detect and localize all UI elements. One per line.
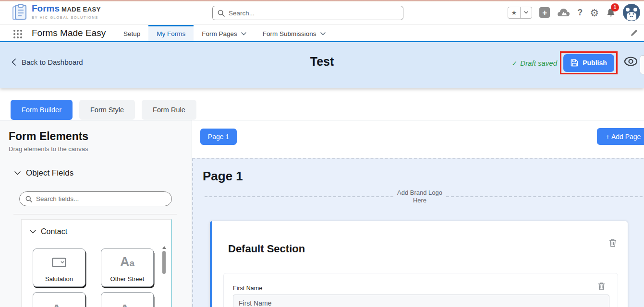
- help-icon[interactable]: ?: [577, 8, 583, 18]
- brand-logo-placeholder-label[interactable]: Add Brand Logo Here: [393, 189, 446, 204]
- nav-tab-setup[interactable]: Setup: [115, 25, 148, 41]
- page-canvas: Page 1 Add Brand Logo Here Default Secti…: [192, 158, 644, 307]
- quick-create-icon[interactable]: +: [539, 7, 550, 18]
- tab-form-builder[interactable]: Form Builder: [11, 100, 73, 120]
- field-search[interactable]: [19, 191, 172, 206]
- draft-saved-label: Draft saved: [520, 59, 557, 67]
- nav-tab-form-pages-label: Form Pages: [202, 30, 237, 37]
- nav-tabs: Setup My Forms Form Pages Form Submissio…: [115, 25, 334, 41]
- nav-tab-form-submissions[interactable]: Form Submissions: [255, 25, 334, 41]
- clipboard-logo-icon: [12, 4, 28, 21]
- field-tile-label: Salutation: [45, 275, 73, 283]
- brand-suffix: MADE EASY: [61, 6, 101, 13]
- brand-logo[interactable]: FormsMADE EASY BY HIC GLOBAL SOLUTIONS: [12, 4, 101, 21]
- notifications-button[interactable]: 1: [606, 8, 616, 18]
- brand-logo-placeholder[interactable]: Add Brand Logo Here: [205, 189, 644, 204]
- app-window: FormsMADE EASY BY HIC GLOBAL SOLUTIONS ★…: [0, 0, 644, 307]
- form-elements-panel: Form Elements Drag elements to the canva…: [0, 120, 192, 307]
- nav-tab-my-forms-label: My Forms: [157, 30, 185, 37]
- app-name: Forms Made Easy: [32, 25, 106, 41]
- back-to-dashboard-label: Back to Dashboard: [22, 58, 83, 66]
- scrollbar-thumb[interactable]: [162, 251, 166, 274]
- page-1-tab-button[interactable]: Page 1: [200, 129, 237, 145]
- contact-scrollbar[interactable]: [162, 246, 166, 307]
- header-actions: ★ + ? ⚙ 1: [508, 0, 640, 25]
- search-icon: [25, 196, 32, 202]
- text-field-icon: Aa: [101, 249, 153, 275]
- clipped-edge-button[interactable]: [640, 55, 644, 74]
- field-tile-other-street[interactable]: Aa Other Street: [101, 248, 154, 287]
- gear-icon[interactable]: ⚙: [590, 8, 599, 18]
- form-header-banner: Back to Dashboard Test ✓ Draft saved Pub…: [0, 42, 644, 88]
- text-field-icon: Aa: [101, 293, 153, 307]
- draft-saved-status: ✓ Draft saved: [512, 59, 557, 67]
- nav-tab-my-forms[interactable]: My Forms: [148, 25, 194, 41]
- app-launcher-icon[interactable]: [13, 30, 22, 38]
- search-icon: [218, 10, 225, 17]
- contact-group-label: Contact: [41, 227, 67, 236]
- chevron-down-icon: [14, 171, 21, 175]
- edit-nav-pencil-icon[interactable]: [630, 29, 638, 37]
- default-section-card[interactable]: Default Section First Name: [210, 221, 628, 307]
- nav-tab-form-pages[interactable]: Form Pages: [194, 25, 255, 41]
- global-search[interactable]: [212, 6, 403, 20]
- favorites-dropdown-icon[interactable]: [520, 7, 532, 18]
- preview-eye-icon[interactable]: [624, 56, 638, 67]
- notification-badge: 1: [611, 3, 619, 12]
- back-to-dashboard-link[interactable]: Back to Dashboard: [12, 58, 83, 66]
- delete-section-trash-icon[interactable]: [609, 238, 617, 247]
- form-canvas-area: Page 1 + Add Page Page 1 Add Brand Logo …: [192, 120, 644, 307]
- avatar[interactable]: [623, 4, 640, 21]
- brand-tagline: BY HIC GLOBAL SOLUTIONS: [32, 15, 101, 20]
- brand-logo-text: FormsMADE EASY BY HIC GLOBAL SOLUTIONS: [32, 4, 101, 20]
- section-title: Default Section: [228, 243, 305, 255]
- global-search-input[interactable]: [229, 10, 398, 17]
- publish-button[interactable]: Publish: [563, 54, 614, 72]
- object-fields-label: Object Fields: [26, 168, 73, 178]
- nav-tab-form-submissions-label: Form Submissions: [263, 30, 316, 37]
- field-tile-clipped[interactable]: Aa: [101, 292, 154, 307]
- app-nav-bar: Forms Made Easy Setup My Forms Form Page…: [0, 25, 644, 42]
- publish-button-label: Publish: [583, 59, 607, 67]
- builder-tab-bar: Form Builder Form Style Form Rule: [11, 100, 196, 120]
- chevron-down-icon: [320, 32, 326, 35]
- panel-title: Form Elements: [9, 130, 88, 143]
- scroll-up-arrow-icon[interactable]: [162, 246, 166, 249]
- field-label: First Name: [233, 285, 262, 292]
- tab-form-rule[interactable]: Form Rule: [142, 100, 196, 120]
- delete-field-trash-icon[interactable]: [598, 282, 605, 290]
- field-tile-label: Other Street: [110, 275, 145, 283]
- annotation-highlight-box: Publish: [560, 51, 618, 74]
- favorites-button[interactable]: ★: [508, 7, 533, 19]
- star-icon[interactable]: ★: [508, 7, 521, 18]
- page-title: Page 1: [203, 169, 243, 184]
- panel-subtitle: Drag elements to the canvas: [9, 145, 88, 153]
- dashed-divider: [205, 196, 393, 197]
- field-tile-salutation[interactable]: Salutation: [33, 248, 85, 287]
- sidebar-divider: [13, 214, 177, 214]
- first-name-field-block[interactable]: First Name: [223, 273, 618, 307]
- field-search-input[interactable]: [36, 195, 166, 202]
- chevron-down-icon: [30, 230, 36, 234]
- picklist-icon: [33, 249, 85, 275]
- tab-form-style[interactable]: Form Style: [79, 100, 135, 120]
- window-top-edge: [0, 0, 644, 1]
- first-name-input[interactable]: [233, 295, 609, 307]
- object-fields-toggle[interactable]: Object Fields: [14, 168, 73, 178]
- contact-field-group: Contact Salutation Aa Other Street: [21, 219, 172, 307]
- global-header: FormsMADE EASY BY HIC GLOBAL SOLUTIONS ★…: [0, 0, 644, 25]
- contact-group-toggle[interactable]: Contact: [30, 227, 67, 236]
- trailhead-help-icon[interactable]: [557, 8, 570, 18]
- check-icon: ✓: [512, 59, 518, 67]
- nav-tab-setup-label: Setup: [123, 30, 140, 37]
- brand-name: Forms: [32, 3, 60, 13]
- field-tile-clipped[interactable]: Aa: [33, 292, 85, 307]
- dashed-divider: [446, 196, 644, 197]
- add-page-button[interactable]: + Add Page: [597, 128, 644, 145]
- save-icon: [571, 59, 578, 67]
- chevron-down-icon: [241, 32, 246, 35]
- text-field-icon: Aa: [33, 293, 85, 307]
- chevron-left-icon: [12, 59, 16, 66]
